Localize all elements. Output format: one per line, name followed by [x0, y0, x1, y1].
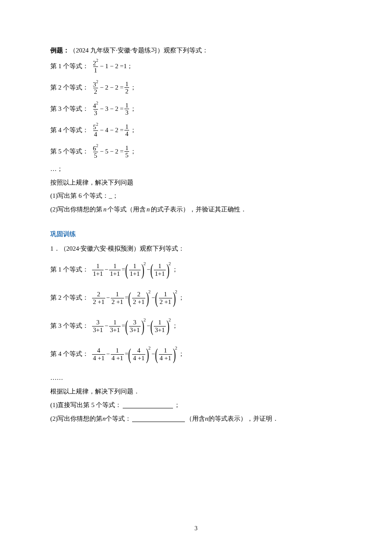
example-equation: 第 2 个等式：322 − 2 − 2 = 12；	[50, 79, 342, 96]
example-equations: 第 1 个等式：221 − 1 − 2 = 1；第 2 个等式：322 − 2 …	[50, 58, 342, 160]
tq2-b: 个等式：	[106, 414, 131, 424]
eq-lead: 第 4 个等式：	[50, 350, 89, 359]
q2-part-a: (2)写出你猜想的第	[50, 205, 103, 214]
example-prompt: 按照以上规律，解决下列问题	[50, 178, 342, 188]
training-equation: 第 2 个等式：22 +1 − 12 +1 = (22 +1)2 − (12 +…	[50, 286, 342, 309]
example-label: 例题：	[50, 46, 69, 55]
training-equations: 第 1 个等式：11+1 − 11+1 = (11+1)2 − (11+1)2；…	[50, 258, 342, 366]
training-p1-lead: 1．（2024·安徽六安·模拟预测）观察下列等式：	[50, 244, 342, 254]
q2-n1: n	[104, 205, 107, 214]
q2-part-b: 个等式（用含	[107, 205, 146, 214]
eq-lead: 第 3 个等式：	[50, 104, 89, 114]
eq-lead: 第 3 个等式：	[50, 321, 89, 331]
example-equation: 第 4 个等式：524 − 4 − 2 = 14；	[50, 122, 342, 139]
example-equation: 第 3 个等式：423 − 3 − 2 = 13；	[50, 101, 342, 118]
training-prompt: 根据以上规律，解决下列问题．	[50, 387, 342, 396]
eq-lead: 第 1 个等式：	[50, 62, 89, 71]
eq-lead: 第 5 个等式：	[50, 147, 89, 156]
training-equation: 第 1 个等式：11+1 − 11+1 = (11+1)2 − (11+1)2；	[50, 258, 342, 281]
tq2-n2: n	[205, 414, 208, 424]
example-q2: (2)写出你猜想的第 n 个等式（用含 n 的式子表示），并验证其正确性．	[50, 205, 342, 214]
example-q1: (1)写出第 6 个等式：_；	[50, 191, 342, 201]
q2-n2: n	[147, 205, 150, 214]
example-source: （2024 九年级下·安徽·专题练习）观察下列等式：	[69, 46, 208, 55]
training-q2: (2)写出你猜想的第 n 个等式： （用含 n 的等式表示），并证明．	[50, 414, 342, 424]
q2-part-c: 的式子表示），并验证其正确性．	[151, 205, 247, 214]
training-dots: ……	[50, 373, 342, 383]
eq-lead: 第 1 个等式：	[50, 265, 89, 275]
training-equation: 第 3 个等式：33+1 − 13+1 = (33+1)2 − (13+1)2；	[50, 315, 342, 338]
example-header: 例题： （2024 九年级下·安徽·专题练习）观察下列等式：	[50, 46, 342, 55]
page-content: 例题： （2024 九年级下·安徽·专题练习）观察下列等式： 第 1 个等式：2…	[0, 0, 392, 423]
eq-lead: 第 4 个等式：	[50, 126, 89, 135]
blank-1	[123, 402, 173, 408]
blank-2	[132, 416, 185, 422]
example-dots: …；	[50, 165, 342, 174]
tq2-a: (2)写出你猜想的第	[50, 414, 103, 424]
eq-lead: 第 2 个等式：	[50, 83, 89, 92]
eq-lead: 第 2 个等式：	[50, 293, 89, 303]
example-equation: 第 5 个等式：625 − 5 − 2 = 15；	[50, 143, 342, 160]
tq2-n: n	[103, 414, 106, 424]
tq2-c: （用含	[186, 414, 205, 424]
training-title: 巩固训练	[50, 230, 342, 239]
training-q1: (1)直接写出第 5 个等式： ；	[50, 401, 342, 410]
page-number: 3	[0, 525, 392, 532]
example-equation: 第 1 个等式：221 − 1 − 2 = 1；	[50, 58, 342, 75]
tq2-d: 的等式表示），并证明．	[208, 414, 279, 424]
tq1-a: (1)直接写出第 5 个等式：	[50, 401, 122, 410]
training-equation: 第 4 个等式：44 +1 − 14 +1 = (44 +1)2 − (14 +…	[50, 343, 342, 366]
tq1-b: ；	[174, 401, 180, 410]
